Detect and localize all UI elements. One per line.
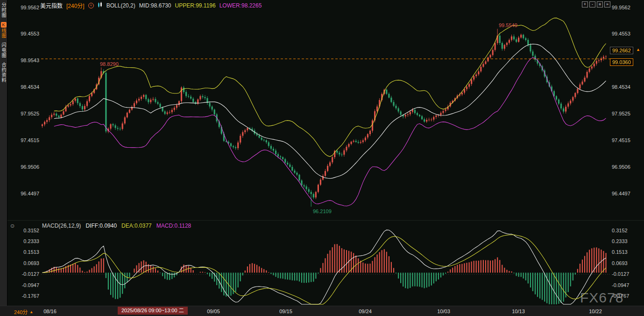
boll-upper-value: UPPER:99.1196 (175, 2, 215, 9)
boll-label: BOLL(20,2) (106, 2, 135, 9)
tab-label: 闪电图 (0, 43, 7, 58)
up-triangle-icon: ▲ (29, 310, 33, 314)
period-label: [240分] (66, 1, 85, 9)
boll-mid-value: MID:98.6730 (139, 2, 171, 9)
chart-header: 美元指数 [240分] ≈ BOLL(20,2) MID:98.6730 UPP… (40, 1, 262, 9)
tab-label: 线图 (0, 28, 7, 38)
price-badge-upper: 99.2662 (610, 47, 633, 54)
hovered-candle-time: 2025/08/26 09:00~13:00 二 (118, 307, 188, 315)
symbol-name: 美元指数 (40, 1, 63, 9)
kline-icon (98, 2, 103, 9)
zoom-in-button[interactable]: + (582, 1, 588, 7)
tab-badge: K (1, 22, 7, 28)
macd-title: MACD(26,12,9) (42, 223, 81, 229)
timeframe-label: 240分 (14, 308, 28, 316)
marked-low-label: 96.2109 (313, 208, 332, 214)
price-badge-last: 99.0360 (610, 58, 633, 66)
tab-time-chart[interactable]: 分时图 (0, 2, 7, 18)
tab-contract-info[interactable]: 合约资料 (0, 62, 7, 83)
watermark: FX678 (580, 290, 623, 306)
price-badge-upper-value: 99.2662 (612, 48, 631, 53)
macd-diff-value: DIFF:0.0940 (85, 223, 117, 229)
candlesticks (42, 29, 607, 207)
time-axis-bar (0, 306, 644, 316)
marked-high-label-1: 98.8290 (100, 61, 119, 67)
app-window: 99.956299.956299.455399.455398.954398.95… (0, 0, 644, 316)
timeframe-indicator: 240分 ▲ (14, 308, 33, 316)
indicator-list-button[interactable]: ≡ (597, 1, 603, 7)
tab-kline-chart[interactable]: K 线图 (0, 22, 7, 38)
macd-macd-value: MACD:0.1128 (156, 223, 191, 229)
go-latest-button[interactable]: » (604, 1, 610, 7)
macd-dea-value: DEA:0.0377 (121, 223, 152, 229)
chart-toolbar: + - ≡ » (582, 1, 610, 7)
symbol-settings-icon[interactable]: ≈ (88, 3, 94, 8)
chart-canvas[interactable] (0, 0, 644, 316)
bollinger-bands (54, 18, 606, 206)
macd-lines (42, 230, 606, 304)
tab-label: 合约资料 (0, 62, 7, 83)
boll-lower-value: LOWER:98.2265 (219, 2, 262, 9)
left-tab-bar: 分时图 K 线图 闪电图 合约资料 (0, 0, 7, 306)
tab-label: 分时图 (0, 2, 7, 18)
zoom-out-button[interactable]: - (589, 1, 595, 7)
price-up-arrow-icon: ▲ (636, 47, 640, 52)
macd-header: MACD(26,12,9) DIFF:0.0940 DEA:0.0377 MAC… (42, 223, 191, 229)
tab-lightning-chart[interactable]: 闪电图 (0, 43, 7, 58)
price-badge-last-value: 99.0360 (612, 59, 631, 65)
marked-high-label-2: 99.5549 (499, 22, 517, 28)
indicator-settings-icon[interactable]: ⊙ (10, 223, 14, 229)
